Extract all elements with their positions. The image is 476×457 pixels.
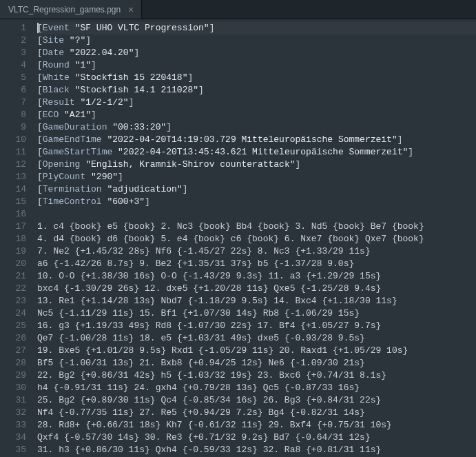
line-number: 2 bbox=[0, 34, 33, 47]
line-number: 15 bbox=[0, 196, 33, 208]
line-number: 25 bbox=[0, 320, 33, 332]
line-number: 21 bbox=[0, 270, 33, 283]
line-number: 33 bbox=[0, 419, 33, 431]
code-line[interactable]: [ECO "A21"] bbox=[37, 109, 476, 121]
editor[interactable]: 1234567891011121314151617181920212223242… bbox=[0, 19, 476, 457]
code-line[interactable]: [PlyCount "290"] bbox=[37, 171, 476, 183]
line-number: 27 bbox=[0, 345, 33, 357]
line-number: 13 bbox=[0, 171, 33, 183]
code-line[interactable]: 19. Bxe5 {+1.01/28 9.5s} Rxd1 {-1.05/29 … bbox=[37, 345, 476, 357]
code-line[interactable]: 13. Re1 {+1.14/28 13s} Nbd7 {-1.18/29 9.… bbox=[37, 295, 476, 307]
close-icon[interactable]: × bbox=[126, 5, 136, 14]
line-number: 20 bbox=[0, 258, 33, 270]
code-line[interactable]: 16. g3 {+1.19/33 49s} Rd8 {-1.07/30 22s}… bbox=[37, 320, 476, 332]
code-line[interactable]: Qe7 {-1.00/28 11s} 18. e5 {+1.03/31 49s}… bbox=[37, 332, 476, 345]
line-number: 35 bbox=[0, 444, 33, 456]
file-tab[interactable]: VLTC_Regression_games.pgn × bbox=[0, 0, 142, 19]
code-line[interactable]: [Date "2022.04.20"] bbox=[37, 47, 476, 59]
line-number: 24 bbox=[0, 307, 33, 320]
line-number: 12 bbox=[0, 159, 33, 171]
code-line[interactable]: 4. d4 {book} d6 {book} 5. e4 {book} c6 {… bbox=[37, 233, 476, 245]
code-line[interactable]: [White "Stockfish 15 220418"] bbox=[37, 72, 476, 84]
code-line[interactable]: [Site "?"] bbox=[37, 34, 476, 47]
code-line[interactable]: bxc4 {-1.30/29 26s} 12. dxe5 {+1.20/28 1… bbox=[37, 283, 476, 295]
line-number: 26 bbox=[0, 332, 33, 345]
line-number: 8 bbox=[0, 109, 33, 121]
line-number: 22 bbox=[0, 283, 33, 295]
line-number: 18 bbox=[0, 233, 33, 245]
line-number: 16 bbox=[0, 208, 33, 221]
code-line[interactable]: [GameDuration "00:33:20"] bbox=[37, 121, 476, 134]
code-line[interactable]: 28. Rd8+ {+0.66/31 18s} Kh7 {-0.61/32 11… bbox=[37, 419, 476, 431]
line-number: 30 bbox=[0, 382, 33, 394]
line-number: 28 bbox=[0, 357, 33, 369]
code-content[interactable]: [Event "SF UHO VLTC Progression"][Site "… bbox=[33, 19, 476, 457]
code-line[interactable]: [GameEndTime "2022-04-20T14:19:03.729 Mi… bbox=[37, 134, 476, 146]
code-line[interactable]: [Termination "adjudication"] bbox=[37, 183, 476, 196]
code-line[interactable]: [Round "1"] bbox=[37, 59, 476, 72]
code-line[interactable]: [Black "Stockfish 14.1 211028"] bbox=[37, 84, 476, 97]
line-number: 23 bbox=[0, 295, 33, 307]
line-number: 10 bbox=[0, 134, 33, 146]
code-line[interactable]: Nf4 {-0.77/35 11s} 27. Re5 {+0.94/29 7.2… bbox=[37, 407, 476, 419]
code-line[interactable]: 31. h3 {+0.86/30 11s} Qxh4 {-0.59/33 12s… bbox=[37, 444, 476, 456]
code-line[interactable]: 10. O-O {+1.38/30 16s} O-O {-1.43/29 9.3… bbox=[37, 270, 476, 283]
line-number: 14 bbox=[0, 183, 33, 196]
code-line[interactable]: [Result "1/2-1/2"] bbox=[37, 97, 476, 109]
tab-bar: VLTC_Regression_games.pgn × bbox=[0, 0, 476, 19]
line-number: 32 bbox=[0, 407, 33, 419]
code-line[interactable] bbox=[37, 208, 476, 221]
line-number: 11 bbox=[0, 146, 33, 159]
code-line[interactable]: a6 {-1.42/26 8.7s} 9. Be2 {+1.35/31 37s}… bbox=[37, 258, 476, 270]
code-line[interactable]: Qxf4 {-0.57/30 14s} 30. Re3 {+0.71/32 9.… bbox=[37, 431, 476, 444]
line-number: 6 bbox=[0, 84, 33, 97]
line-number: 29 bbox=[0, 369, 33, 382]
line-number-gutter: 1234567891011121314151617181920212223242… bbox=[0, 19, 33, 457]
code-line[interactable]: 25. Bg2 {+0.89/30 11s} Qc4 {-0.85/34 16s… bbox=[37, 394, 476, 407]
line-number: 7 bbox=[0, 97, 33, 109]
code-line[interactable]: [Opening "English, Kramnik-Shirov counte… bbox=[37, 159, 476, 171]
line-number: 34 bbox=[0, 431, 33, 444]
line-number: 3 bbox=[0, 47, 33, 59]
code-line[interactable]: Bf5 {-1.00/31 13s} 21. Bxb8 {+0.94/25 12… bbox=[37, 357, 476, 369]
line-number: 1 bbox=[0, 22, 33, 34]
code-line[interactable]: h4 {-0.91/31 11s} 24. gxh4 {+0.79/28 13s… bbox=[37, 382, 476, 394]
line-number: 4 bbox=[0, 59, 33, 72]
tab-filename: VLTC_Regression_games.pgn bbox=[8, 5, 121, 14]
code-line[interactable]: [GameStartTime "2022-04-20T13:45:43.621 … bbox=[37, 146, 476, 159]
code-line[interactable]: 7. Ne2 {+1.45/32 28s} Nf6 {-1.45/27 22s}… bbox=[37, 245, 476, 258]
code-line[interactable]: Nc5 {-1.11/29 11s} 15. Bf1 {+1.07/30 14s… bbox=[37, 307, 476, 320]
line-number: 31 bbox=[0, 394, 33, 407]
code-line[interactable]: 1. c4 {book} e5 {book} 2. Nc3 {book} Bb4… bbox=[37, 221, 476, 233]
line-number: 5 bbox=[0, 72, 33, 84]
line-number: 19 bbox=[0, 245, 33, 258]
line-number: 17 bbox=[0, 221, 33, 233]
code-line[interactable]: 22. Bg2 {+0.86/31 42s} h5 {-1.03/32 19s}… bbox=[37, 369, 476, 382]
code-line[interactable]: [TimeControl "600+3"] bbox=[37, 196, 476, 208]
line-number: 9 bbox=[0, 121, 33, 134]
code-line[interactable]: [Event "SF UHO VLTC Progression"] bbox=[37, 22, 476, 34]
